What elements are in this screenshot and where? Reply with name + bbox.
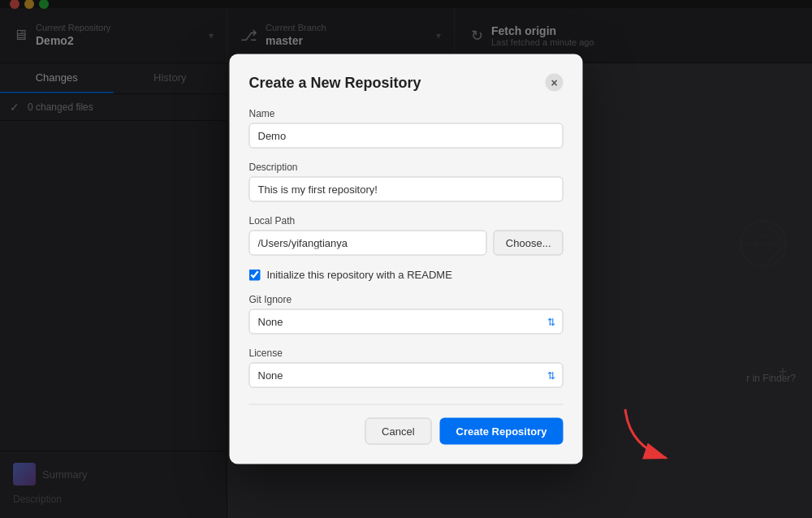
description-field-label: Description <box>249 162 564 173</box>
description-input[interactable] <box>249 177 564 202</box>
modal-close-button[interactable]: × <box>546 74 564 92</box>
cancel-button[interactable]: Cancel <box>365 418 431 445</box>
description-field-group: Description <box>249 162 564 202</box>
gitignore-field-group: Git Ignore None <box>249 294 564 335</box>
modal-footer: Cancel Create Repository <box>249 404 564 445</box>
license-select[interactable]: None <box>249 363 564 388</box>
local-path-row: Choose... <box>249 231 564 256</box>
choose-button[interactable]: Choose... <box>494 231 564 256</box>
local-path-label: Local Path <box>249 215 564 227</box>
license-field-group: License None <box>249 347 564 388</box>
license-select-wrapper: None <box>249 363 564 388</box>
create-repo-modal: Create a New Repository × Name Descripti… <box>230 54 583 464</box>
gitignore-select[interactable]: None <box>249 309 564 335</box>
license-label: License <box>249 347 564 359</box>
local-path-input[interactable] <box>249 231 487 256</box>
local-path-group: Local Path Choose... <box>249 215 564 256</box>
name-field-group: Name <box>249 108 564 149</box>
gitignore-label: Git Ignore <box>249 294 564 305</box>
gitignore-select-wrapper: None <box>249 309 564 335</box>
create-repository-button[interactable]: Create Repository <box>440 418 564 445</box>
name-input[interactable] <box>249 123 564 149</box>
readme-checkbox-row: Initialize this repository with a README <box>249 269 564 281</box>
modal-header: Create a New Repository × <box>249 74 564 92</box>
name-label: Name <box>249 108 564 119</box>
readme-label: Initialize this repository with a README <box>267 269 452 281</box>
readme-checkbox[interactable] <box>249 269 261 280</box>
modal-title: Create a New Repository <box>249 74 421 91</box>
